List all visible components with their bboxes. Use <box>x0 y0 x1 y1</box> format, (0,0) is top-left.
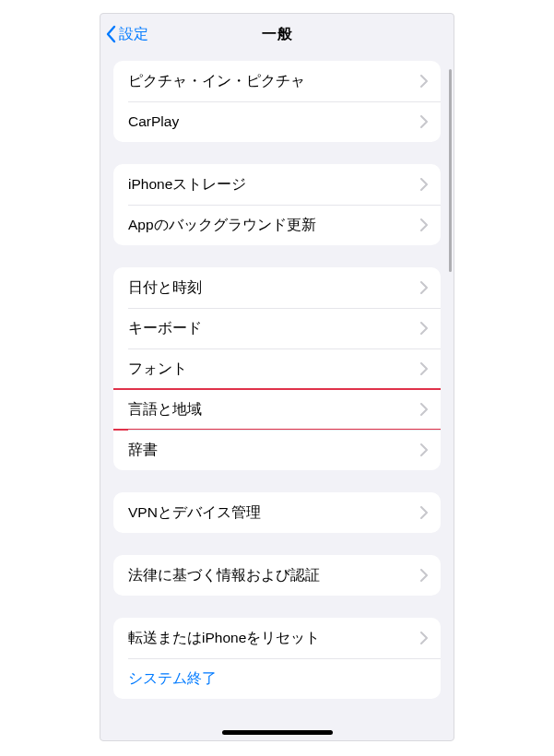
chevron-right-icon <box>420 362 428 375</box>
settings-row[interactable]: フォント <box>113 348 441 389</box>
settings-group: iPhoneストレージAppのバックグラウンド更新 <box>113 164 441 245</box>
settings-group: ピクチャ・イン・ピクチャCarPlay <box>113 61 441 142</box>
settings-group: VPNとデバイス管理 <box>113 492 441 533</box>
chevron-right-icon <box>420 569 428 582</box>
settings-row[interactable]: 転送またはiPhoneをリセット <box>113 618 441 658</box>
settings-row-label: キーボード <box>128 319 202 338</box>
chevron-right-icon <box>420 403 428 416</box>
settings-row[interactable]: 辞書 <box>113 430 441 470</box>
home-indicator[interactable] <box>222 730 333 735</box>
phone-screen: 設定 一般 ピクチャ・イン・ピクチャCarPlayiPhoneストレージAppの… <box>100 13 454 741</box>
chevron-right-icon <box>420 506 428 519</box>
settings-row-label: 言語と地域 <box>128 400 202 419</box>
settings-row-label: システム終了 <box>128 669 217 689</box>
settings-row[interactable]: CarPlay <box>113 101 441 142</box>
settings-group: 日付と時刻キーボードフォント言語と地域辞書 <box>113 267 441 470</box>
settings-row-label: iPhoneストレージ <box>128 175 246 195</box>
settings-row[interactable]: キーボード <box>113 308 441 348</box>
settings-row-label: フォント <box>128 360 187 379</box>
settings-row[interactable]: Appのバックグラウンド更新 <box>113 205 441 245</box>
scroll-indicator <box>449 69 452 272</box>
settings-content: ピクチャ・イン・ピクチャCarPlayiPhoneストレージAppのバックグラウ… <box>100 61 454 741</box>
settings-row-label: Appのバックグラウンド更新 <box>128 216 316 235</box>
chevron-right-icon <box>420 115 428 128</box>
back-label: 設定 <box>119 25 148 44</box>
navbar: 設定 一般 <box>100 14 454 55</box>
settings-row-label: ピクチャ・イン・ピクチャ <box>128 72 305 91</box>
settings-row-label: 法律に基づく情報および認証 <box>128 566 320 585</box>
settings-row[interactable]: 日付と時刻 <box>113 267 441 308</box>
settings-row[interactable]: 言語と地域 <box>113 389 441 430</box>
settings-group: 法律に基づく情報および認証 <box>113 555 441 596</box>
chevron-right-icon <box>420 219 428 231</box>
page-title: 一般 <box>100 25 454 44</box>
chevron-right-icon <box>420 178 428 191</box>
settings-row[interactable]: VPNとデバイス管理 <box>113 492 441 533</box>
chevron-right-icon <box>420 75 428 88</box>
settings-row-label: 日付と時刻 <box>128 278 202 298</box>
chevron-right-icon <box>420 443 428 456</box>
settings-row-label: CarPlay <box>128 113 179 130</box>
settings-group: 転送またはiPhoneをリセットシステム終了 <box>113 618 441 699</box>
chevron-right-icon <box>420 281 428 294</box>
settings-row[interactable]: iPhoneストレージ <box>113 164 441 205</box>
settings-row-label: VPNとデバイス管理 <box>128 503 261 523</box>
chevron-right-icon <box>420 632 428 644</box>
settings-row[interactable]: システム終了 <box>113 658 441 699</box>
settings-row-label: 転送またはiPhoneをリセット <box>128 629 320 648</box>
settings-row-label: 辞書 <box>128 441 158 460</box>
back-button[interactable]: 設定 <box>100 25 148 44</box>
chevron-right-icon <box>420 322 428 335</box>
settings-row[interactable]: 法律に基づく情報および認証 <box>113 555 441 596</box>
settings-row[interactable]: ピクチャ・イン・ピクチャ <box>113 61 441 101</box>
chevron-left-icon <box>106 25 117 43</box>
